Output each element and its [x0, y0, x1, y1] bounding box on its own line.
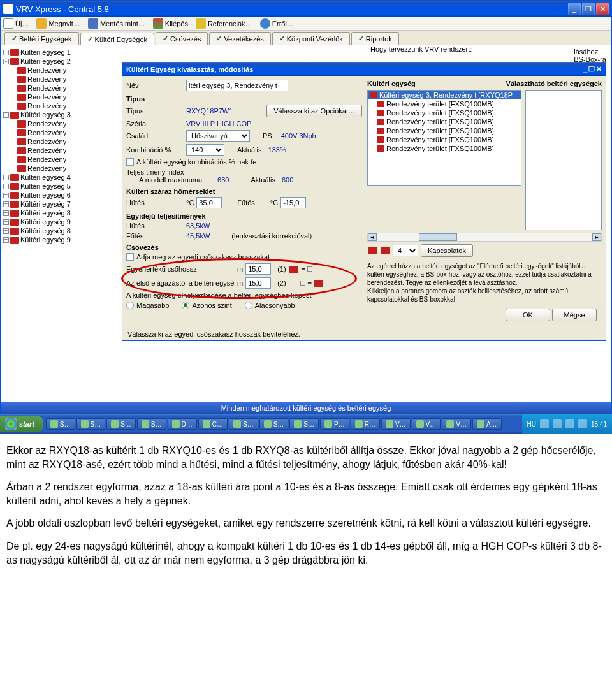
system-tray[interactable]: HU 15:41	[522, 414, 612, 434]
radio-same[interactable]	[182, 302, 189, 309]
family-select[interactable]: Hőszivattyú	[186, 130, 250, 142]
tab-reports[interactable]: ✓Riportok	[351, 32, 399, 45]
status-bar: Minden meghatározott kültéri egység és b…	[1, 402, 611, 414]
outdoor-listbox[interactable]: Kültéri egység 3, Rendezvény t [RXYQ18P …	[367, 90, 521, 186]
unit-icon	[10, 49, 19, 56]
indoor-icon	[17, 147, 26, 154]
options-button[interactable]: Válassza ki az Opciókat…	[266, 105, 362, 117]
indoor-icon	[17, 67, 26, 74]
sim-note: (leolvasztási korrekcióval)	[231, 232, 312, 240]
tray-icon[interactable]	[565, 419, 574, 428]
dialog-titlebar: Kültéri Egység kiválasztás, módositás _ …	[122, 62, 606, 76]
branch-icon	[300, 281, 305, 286]
pipe-check-label: Adja meg az egyedi csőszakasz hosszakat	[136, 253, 270, 261]
clock[interactable]: 15:41	[591, 421, 607, 428]
collapse-icon[interactable]: -	[3, 59, 9, 64]
connections-button[interactable]: Kapcsolatok	[421, 244, 473, 257]
new-icon	[3, 18, 13, 29]
cancel-button[interactable]: Mégse	[552, 309, 597, 321]
taskbar-item[interactable]: V…	[381, 418, 411, 430]
taskbar-item[interactable]: S…	[289, 418, 319, 430]
taskbar-item[interactable]: S…	[46, 418, 75, 430]
branch-icon	[307, 266, 312, 272]
language-indicator[interactable]: HU	[527, 421, 536, 428]
taskbar-item[interactable]: V…	[442, 418, 471, 430]
unit-icon	[368, 247, 377, 254]
toolbar-save[interactable]: Mentés mint…	[88, 18, 145, 29]
unit-icon	[377, 145, 384, 152]
toolbar-about[interactable]: Erről…	[260, 18, 294, 29]
help-text: Az egérrel húzza a beltéri egységet az "…	[367, 259, 602, 306]
close-button[interactable]: ✕	[596, 3, 609, 15]
cool-temp-input[interactable]	[196, 197, 222, 208]
unit-icon	[10, 183, 19, 190]
taskbar-item[interactable]: A…	[472, 418, 502, 430]
taskbar-item[interactable]: P…	[320, 418, 349, 430]
unit-icon	[10, 237, 19, 244]
tray-icon[interactable]	[553, 419, 562, 428]
radio-lower[interactable]	[245, 302, 252, 309]
expand-icon[interactable]: +	[3, 210, 9, 216]
expand-icon[interactable]: +	[3, 201, 9, 207]
unit-icon	[10, 210, 19, 217]
taskbar-item[interactable]: C…	[198, 418, 228, 430]
outdoor-unit-header: Kültéri egység	[367, 80, 416, 87]
tray-icon[interactable]	[540, 419, 549, 428]
ok-button[interactable]: OK	[506, 309, 550, 321]
minimize-button[interactable]: _	[568, 3, 581, 15]
actual-value: 133%	[268, 146, 286, 154]
radio-higher[interactable]	[126, 302, 134, 309]
taskbar-item[interactable]: S…	[137, 418, 166, 430]
tab-outdoor[interactable]: ✓Kültéri Egységek	[80, 33, 155, 45]
taskbar-item[interactable]: S…	[229, 418, 258, 430]
dialog-close-button[interactable]: ✕	[596, 65, 602, 73]
eq-length-input[interactable]	[245, 263, 271, 275]
collapse-icon[interactable]: -	[3, 112, 9, 118]
unit-icon	[10, 112, 19, 119]
tab-wiring[interactable]: ✓Vezetékezés	[209, 32, 270, 45]
unit-icon	[381, 247, 390, 254]
dry-temp-header: Kültéri száraz hőmérséklet	[126, 187, 362, 195]
expand-icon[interactable]: +	[3, 193, 9, 198]
horizontal-scrollbar[interactable]: ◄►	[367, 233, 602, 242]
comb-select[interactable]: 140	[186, 144, 224, 156]
maximize-button[interactable]: ❐	[582, 3, 595, 15]
dialog-maximize-button[interactable]: ❐	[588, 65, 595, 73]
tray-icon[interactable]	[578, 419, 587, 428]
expand-icon[interactable]: +	[3, 50, 9, 55]
selectable-listbox[interactable]	[525, 90, 602, 230]
unit-icon	[377, 119, 384, 125]
type-section: Tipus	[126, 95, 362, 103]
taskbar-item[interactable]: S…	[106, 418, 136, 430]
model-max-label: A modell maximuma	[139, 176, 202, 184]
tab-controllers[interactable]: ✓Központi Vezérlők	[272, 32, 350, 45]
taskbar-item[interactable]: S…	[259, 418, 289, 430]
tab-piping[interactable]: ✓Csövezés	[156, 32, 208, 45]
taskbar-item[interactable]: S…	[76, 418, 106, 430]
taskbar-item[interactable]: R…	[351, 418, 380, 430]
branch-length-input[interactable]	[245, 277, 271, 289]
pipe-checkbox[interactable]	[126, 253, 134, 261]
taskbar-item[interactable]: V…	[412, 418, 441, 430]
taskbar-item[interactable]: D…	[168, 418, 197, 430]
toolbar-open[interactable]: Megnyit…	[36, 18, 80, 29]
toolbar-new[interactable]: Új…	[3, 18, 29, 29]
tab-indoor[interactable]: ✓Beltéri Egységek	[4, 32, 79, 45]
connections-select[interactable]: 4	[393, 245, 418, 256]
branch-length-label: Az első elágazástól a beltéri egysé	[126, 279, 235, 287]
expand-icon[interactable]: +	[3, 219, 9, 225]
expand-icon[interactable]: +	[3, 175, 9, 180]
type-value: RXYQ18P7W1	[186, 107, 233, 115]
ps-value: 400V 3Nph	[281, 132, 316, 140]
start-button[interactable]: start	[0, 416, 43, 432]
heat-temp-input[interactable]	[280, 197, 306, 208]
toolbar-refs[interactable]: Referenciák…	[196, 18, 252, 29]
comb-checkbox[interactable]	[126, 158, 134, 166]
dialog-minimize-button[interactable]: _	[583, 65, 587, 73]
name-input[interactable]	[186, 80, 288, 91]
expand-icon[interactable]: +	[3, 184, 9, 189]
expand-icon[interactable]: +	[3, 228, 9, 234]
unit-icon	[377, 110, 384, 116]
expand-icon[interactable]: +	[3, 237, 9, 243]
toolbar-exit[interactable]: Kilépés	[153, 18, 188, 29]
